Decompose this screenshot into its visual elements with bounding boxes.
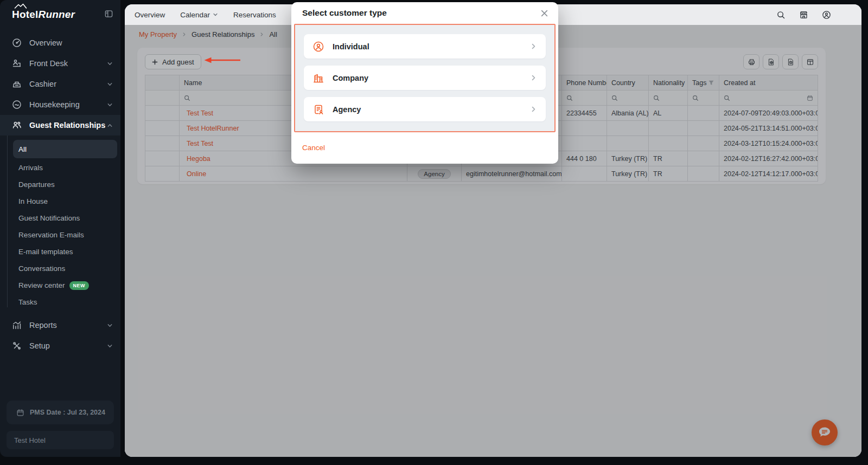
logo-text-italic: Runner — [39, 9, 75, 20]
tab-label: Calendar — [180, 11, 210, 19]
guests-icon — [12, 120, 22, 130]
submenu-item-label: In House — [18, 197, 48, 205]
sidebar-item-guest-relationships[interactable]: Guest Relationships — [0, 115, 120, 135]
customer-type-options: IndividualCompanyAgency — [294, 24, 556, 132]
screen: HotelRunner OverviewFront DeskCashierHou… — [0, 0, 868, 465]
submenu-item-reservation-e-mails[interactable]: Reservation E-mails — [0, 227, 120, 243]
submenu-item-in-house[interactable]: In House — [0, 193, 120, 210]
submenu-item-label: E-mail templates — [18, 248, 73, 256]
front-desk-icon — [12, 59, 22, 68]
gauge-icon — [12, 38, 22, 48]
reports-icon — [12, 320, 22, 330]
submenu-item-label: Conversations — [18, 264, 65, 273]
sidebar-item-label: Guest Relationships — [29, 121, 107, 130]
submenu-item-label: Reservation E-mails — [18, 231, 84, 239]
customer-type-agency[interactable]: Agency — [304, 97, 546, 121]
cancel-button[interactable]: Cancel — [302, 144, 325, 152]
customer-type-label: Company — [333, 74, 530, 82]
chevron-down-icon — [107, 81, 113, 87]
company-icon — [312, 72, 324, 84]
submenu-item-label: Arrivals — [18, 164, 43, 172]
sidebar-item-label: Overview — [29, 38, 113, 47]
modal-header: Select customer type — [291, 2, 558, 24]
sidebar-item-label: Reports — [29, 321, 107, 330]
chevron-right-icon — [530, 43, 537, 50]
search-icon[interactable] — [776, 10, 786, 20]
sidebar-item-label: Cashier — [29, 80, 107, 88]
chevron-down-icon — [107, 61, 113, 67]
chevron-right-icon — [530, 74, 537, 81]
submenu-item-review-center[interactable]: Review centerNEW — [0, 277, 120, 294]
chevron-down-icon — [107, 322, 113, 328]
hotel-name-label: Test Hotel — [14, 436, 46, 444]
sidebar: HotelRunner OverviewFront DeskCashierHou… — [0, 0, 120, 457]
chevron-down-icon — [213, 12, 218, 17]
agency-icon — [312, 104, 324, 115]
chevron-down-icon — [107, 102, 113, 108]
sidebar-header: HotelRunner — [0, 0, 120, 27]
submenu-item-label: Departures — [18, 180, 55, 189]
customer-type-label: Individual — [333, 42, 530, 51]
guest-relationships-submenu: AllArrivalsDeparturesIn HouseGuest Notif… — [0, 135, 120, 315]
sidebar-footer: PMS Date : Jul 23, 2024 Test Hotel — [0, 401, 120, 457]
modal-footer: Cancel — [291, 132, 558, 163]
submenu-item-conversations[interactable]: Conversations — [0, 260, 120, 277]
pms-date-label: PMS Date : Jul 23, 2024 — [30, 409, 105, 416]
calendar-icon — [16, 409, 24, 417]
tab-calendar[interactable]: Calendar — [180, 11, 218, 19]
submenu-item-departures[interactable]: Departures — [0, 176, 120, 193]
sidebar-item-reports[interactable]: Reports — [0, 315, 120, 335]
submenu-item-label: Tasks — [18, 298, 37, 306]
tab-overview[interactable]: Overview — [135, 11, 165, 19]
customer-type-label: Agency — [333, 105, 530, 114]
submenu-item-e-mail-templates[interactable]: E-mail templates — [0, 243, 120, 260]
sidebar-item-label: Setup — [29, 341, 107, 350]
sidebar-item-front-desk[interactable]: Front Desk — [0, 53, 120, 74]
new-badge: NEW — [69, 281, 90, 290]
annotation-arrow-icon — [203, 56, 241, 64]
submenu-item-label: Review center — [18, 281, 65, 289]
tab-reservations[interactable]: Reservations — [233, 11, 276, 19]
individual-icon — [312, 41, 324, 53]
submenu-item-tasks[interactable]: Tasks — [0, 294, 120, 311]
store-icon[interactable] — [799, 10, 808, 20]
submenu-item-guest-notifications[interactable]: Guest Notifications — [0, 210, 120, 227]
chevron-right-icon — [530, 106, 537, 113]
pms-date-button[interactable]: PMS Date : Jul 23, 2024 — [7, 401, 114, 424]
hotelrunner-logo[interactable]: HotelRunner — [12, 9, 75, 21]
customer-type-individual[interactable]: Individual — [304, 34, 546, 59]
sidebar-item-overview[interactable]: Overview — [0, 33, 120, 53]
submenu-item-label: Guest Notifications — [18, 214, 80, 222]
sidebar-item-cashier[interactable]: Cashier — [0, 74, 120, 94]
sidebar-nav: OverviewFront DeskCashierHousekeepingGue… — [0, 33, 120, 401]
modal-title: Select customer type — [302, 8, 387, 18]
sidebar-item-label: Front Desk — [29, 59, 107, 68]
chevron-up-icon — [107, 122, 113, 128]
tab-label: Overview — [135, 11, 165, 19]
sidebar-item-label: Housekeeping — [29, 100, 107, 109]
tab-label: Reservations — [233, 11, 276, 19]
customer-type-company[interactable]: Company — [304, 66, 546, 90]
sidebar-toggle-icon[interactable] — [104, 9, 113, 18]
close-icon[interactable] — [540, 9, 548, 17]
profile-icon[interactable] — [822, 10, 831, 20]
submenu-item-label: All — [18, 145, 27, 153]
submenu-item-arrivals[interactable]: Arrivals — [0, 159, 120, 176]
housekeeping-icon — [12, 100, 22, 109]
sidebar-item-setup[interactable]: Setup — [0, 335, 120, 356]
logo-mountain-icon — [14, 3, 27, 9]
submenu-item-all[interactable]: All — [13, 140, 117, 158]
select-customer-type-modal: Select customer type IndividualCompanyAg… — [291, 2, 558, 164]
chevron-down-icon — [107, 343, 113, 349]
hotel-selector[interactable]: Test Hotel — [7, 431, 114, 449]
sidebar-item-housekeeping[interactable]: Housekeeping — [0, 94, 120, 115]
cashier-icon — [12, 79, 22, 89]
setup-icon — [12, 341, 22, 351]
logo-text-bold: Hotel — [12, 9, 39, 20]
navbar-icons — [776, 10, 861, 20]
